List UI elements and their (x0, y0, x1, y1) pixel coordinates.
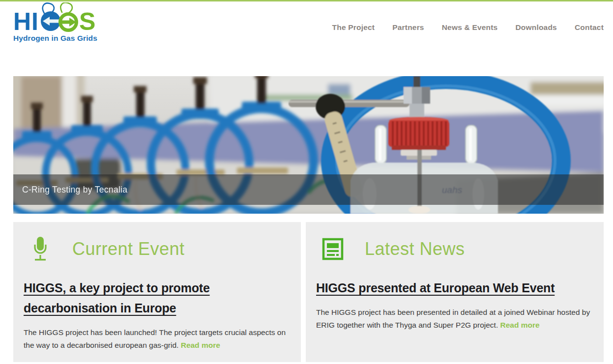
logo-subtitle: Hydrogen in Gas Grids (13, 34, 105, 43)
logo-text-s: S (79, 8, 95, 33)
read-more-link-latest-news[interactable]: Read more (500, 321, 540, 329)
site-logo[interactable]: HI S Hydrogen in Gas Grids (13, 2, 105, 43)
read-more-link-current-event[interactable]: Read more (181, 341, 220, 349)
current-event-card: Current Event HIGGS, a key project to pr… (13, 222, 301, 362)
newspaper-icon (322, 238, 344, 260)
logo-text-hi: HI (13, 8, 39, 33)
article-link-current-event[interactable]: HIGGS, a key project to promote decarbon… (24, 281, 210, 315)
main-nav: The Project Partners News & Events Downl… (332, 23, 604, 32)
section-heading-current-event: Current Event (72, 239, 185, 259)
content-cards: Current Event HIGGS, a key project to pr… (13, 222, 604, 362)
nav-item-news-events[interactable]: News & Events (442, 23, 498, 32)
nav-item-the-project[interactable]: The Project (332, 23, 375, 32)
site-header: HI S Hydrogen in Gas Grids The Project P… (0, 1, 613, 76)
nav-item-contact[interactable]: Contact (575, 23, 604, 32)
nav-item-partners[interactable]: Partners (392, 23, 424, 32)
excerpt-text-latest-news: The HIGGS project has been presented in … (316, 308, 590, 329)
article-excerpt-current-event: The HIGGS project has been launched! The… (24, 326, 291, 352)
nav-item-downloads[interactable]: Downloads (515, 23, 556, 32)
latest-news-header: Latest News (317, 235, 604, 263)
hero-caption-band: C-Ring Testing by Tecnalia (13, 174, 604, 205)
higgs-logo-graphic: HI S (13, 2, 105, 33)
hero-caption-text: C-Ring Testing by Tecnalia (13, 185, 127, 195)
logo-loop-green (60, 2, 72, 13)
article-excerpt-latest-news: The HIGGS project has been presented in … (316, 306, 593, 332)
latest-news-card: Latest News HIGGS presented at European … (306, 222, 604, 362)
hero-image: uahs C-Ring Testing by Tecnalia (13, 76, 604, 214)
article-link-latest-news[interactable]: HIGGS presented at European Web Event (316, 281, 555, 295)
microphone-icon (29, 236, 51, 262)
excerpt-text-current-event: The HIGGS project has been launched! The… (24, 328, 286, 349)
current-event-header: Current Event (25, 235, 301, 263)
section-heading-latest-news: Latest News (365, 239, 465, 259)
